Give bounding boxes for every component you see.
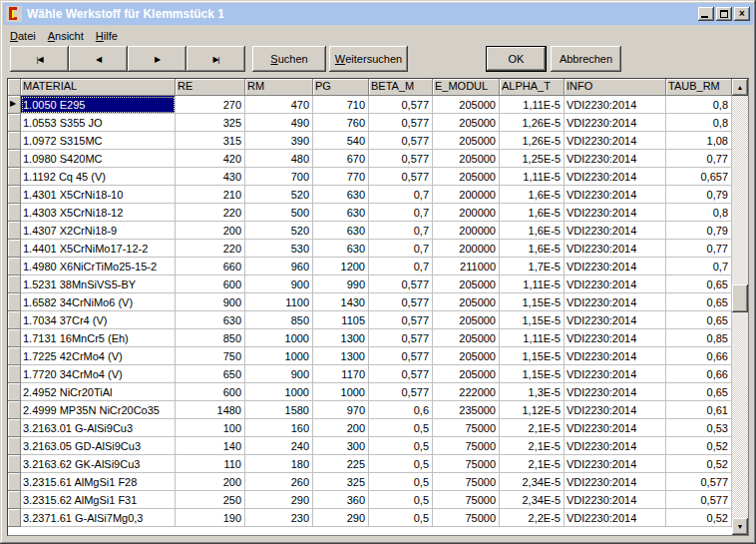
cell-e_modul[interactable]: 200000 <box>433 204 500 222</box>
cell-re[interactable]: 220 <box>176 204 245 222</box>
cell-rm[interactable]: 1580 <box>245 401 313 419</box>
row-selector[interactable] <box>8 258 21 275</box>
cell-taub_rm[interactable]: 0,8 <box>666 114 732 132</box>
cell-alpha_t[interactable]: 2,1E-5 <box>500 455 565 473</box>
row-selector[interactable] <box>8 455 21 473</box>
cell-material[interactable]: 2.4952 NiCr20TiAl <box>21 383 176 401</box>
cell-taub_rm[interactable]: 0,65 <box>666 293 732 311</box>
cell-alpha_t[interactable]: 1,26E-5 <box>500 114 565 132</box>
cell-rm[interactable]: 260 <box>245 473 313 491</box>
scroll-up-button[interactable]: ▲ <box>732 79 748 96</box>
cell-pg[interactable]: 360 <box>313 491 369 509</box>
cell-info[interactable]: VDI2230:2014 <box>565 275 666 293</box>
cell-beta_m[interactable]: 0,577 <box>369 365 433 383</box>
cell-info[interactable]: VDI2230:2014 <box>565 168 666 186</box>
cell-material[interactable]: 3.2163.01 G-AlSi9Cu3 <box>21 419 176 437</box>
cell-material[interactable]: 1.0553 S355 JO <box>21 114 176 132</box>
cell-re[interactable]: 660 <box>176 258 245 275</box>
cell-taub_rm[interactable]: 0,577 <box>666 473 732 491</box>
cell-pg[interactable]: 970 <box>313 401 369 419</box>
row-selector[interactable] <box>8 114 21 132</box>
cell-pg[interactable]: 630 <box>313 222 369 240</box>
cell-info[interactable]: VDI2230:2014 <box>565 204 666 222</box>
cell-info[interactable]: VDI2230:2014 <box>565 365 666 383</box>
cell-alpha_t[interactable]: 1,15E-5 <box>500 293 565 311</box>
cell-material[interactable]: 1.6582 34CrNiMo6 (V) <box>21 293 176 311</box>
cell-rm[interactable]: 240 <box>245 437 313 455</box>
nav-next-button[interactable]: ▶ <box>128 46 187 72</box>
cell-beta_m[interactable]: 0,5 <box>369 437 433 455</box>
cell-info[interactable]: VDI2230:2014 <box>565 150 666 168</box>
cell-beta_m[interactable]: 0,5 <box>369 509 433 527</box>
cell-material[interactable]: 1.7720 34CrMo4 (V) <box>21 365 176 383</box>
cell-beta_m[interactable]: 0,7 <box>369 258 433 275</box>
cell-material[interactable]: 1.0980 S420MC <box>21 150 176 168</box>
cell-info[interactable]: VDI2230:2014 <box>565 455 666 473</box>
minimize-button[interactable] <box>698 7 714 21</box>
cell-alpha_t[interactable]: 2,34E-5 <box>500 491 565 509</box>
row-selector[interactable] <box>8 509 21 527</box>
cell-alpha_t[interactable]: 1,7E-5 <box>500 258 565 275</box>
cell-rm[interactable]: 480 <box>245 150 313 168</box>
cell-rm[interactable]: 160 <box>245 419 313 437</box>
row-selector[interactable] <box>8 293 21 311</box>
cell-pg[interactable]: 290 <box>313 509 369 527</box>
cell-info[interactable]: VDI2230:2014 <box>565 258 666 275</box>
cell-pg[interactable]: 630 <box>313 240 369 258</box>
cell-taub_rm[interactable]: 0,85 <box>666 329 732 347</box>
cell-alpha_t[interactable]: 1,15E-5 <box>500 311 565 329</box>
cell-alpha_t[interactable]: 2,34E-5 <box>500 473 565 491</box>
cell-e_modul[interactable]: 205000 <box>433 96 500 114</box>
cell-alpha_t[interactable]: 1,3E-5 <box>500 383 565 401</box>
cell-e_modul[interactable]: 200000 <box>433 222 500 240</box>
cell-re[interactable]: 420 <box>176 150 245 168</box>
row-selector[interactable] <box>8 222 21 240</box>
cell-taub_rm[interactable]: 0,77 <box>666 150 732 168</box>
cell-material[interactable]: 1.0972 S315MC <box>21 132 176 150</box>
row-selector[interactable] <box>8 401 21 419</box>
row-selector[interactable] <box>8 150 21 168</box>
cell-material[interactable]: 3.2163.62 GK-AlSi9Cu3 <box>21 455 176 473</box>
cell-re[interactable]: 650 <box>176 365 245 383</box>
cell-rm[interactable]: 490 <box>245 114 313 132</box>
cell-taub_rm[interactable]: 0,52 <box>666 509 732 527</box>
cell-pg[interactable]: 670 <box>313 150 369 168</box>
cell-material[interactable]: 3.2315.61 AlMgSi1 F28 <box>21 473 176 491</box>
nav-prev-button[interactable]: ◀ <box>69 46 128 72</box>
row-selector[interactable] <box>8 204 21 222</box>
cell-beta_m[interactable]: 0,577 <box>369 275 433 293</box>
cell-info[interactable]: VDI2230:2014 <box>565 132 666 150</box>
cell-info[interactable]: VDI2230:2014 <box>565 96 666 114</box>
cell-rm[interactable]: 700 <box>245 168 313 186</box>
cell-taub_rm[interactable]: 0,8 <box>666 204 732 222</box>
nav-first-button[interactable]: |◀ <box>10 46 69 72</box>
cell-re[interactable]: 140 <box>176 437 245 455</box>
cell-pg[interactable]: 710 <box>313 96 369 114</box>
cell-taub_rm[interactable]: 0,8 <box>666 96 732 114</box>
cell-info[interactable]: VDI2230:2014 <box>565 509 666 527</box>
cell-material[interactable]: 1.0050 E295 <box>21 96 176 114</box>
cell-beta_m[interactable]: 0,7 <box>369 186 433 204</box>
cell-info[interactable]: VDI2230:2014 <box>565 329 666 347</box>
cell-e_modul[interactable]: 205000 <box>433 168 500 186</box>
cell-pg[interactable]: 1300 <box>313 347 369 365</box>
row-selector[interactable] <box>8 347 21 365</box>
cell-rm[interactable]: 900 <box>245 365 313 383</box>
cell-taub_rm[interactable]: 0,53 <box>666 419 732 437</box>
row-selector[interactable] <box>8 240 21 258</box>
cell-rm[interactable]: 470 <box>245 96 313 114</box>
cell-pg[interactable]: 200 <box>313 419 369 437</box>
cell-material[interactable]: 2.4999 MP35N NiCr20Co35 <box>21 401 176 419</box>
cell-beta_m[interactable]: 0,577 <box>369 347 433 365</box>
cell-pg[interactable]: 1105 <box>313 311 369 329</box>
cell-alpha_t[interactable]: 2,2E-5 <box>500 509 565 527</box>
cell-beta_m[interactable]: 0,577 <box>369 96 433 114</box>
cell-info[interactable]: VDI2230:2014 <box>565 240 666 258</box>
cell-e_modul[interactable]: 205000 <box>433 114 500 132</box>
cell-material[interactable]: 1.7034 37Cr4 (V) <box>21 311 176 329</box>
cell-e_modul[interactable]: 75000 <box>433 473 500 491</box>
cell-taub_rm[interactable]: 0,65 <box>666 275 732 293</box>
menu-hilfe[interactable]: Hilfe <box>90 28 124 44</box>
row-selector[interactable] <box>8 186 21 204</box>
cell-pg[interactable]: 1300 <box>313 329 369 347</box>
